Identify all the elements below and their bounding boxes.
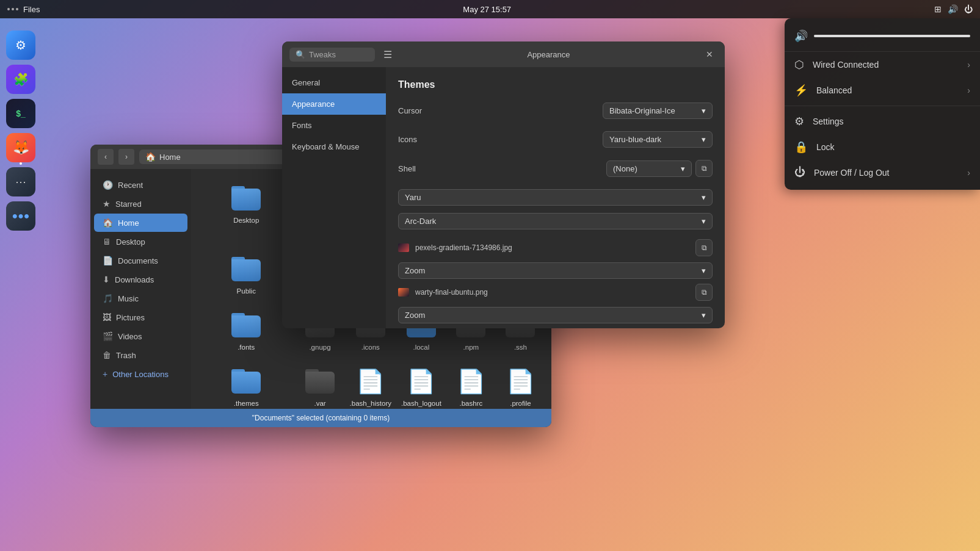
topbar-dots-group	[7, 8, 18, 10]
file-item-var[interactable]: .var	[297, 361, 342, 409]
dock-item-more[interactable]: ●●●	[6, 201, 35, 231]
search-icon: 🔍	[296, 50, 305, 59]
tw-bg-row-1: pexels-gradienta-7134986.jpg ⧉	[398, 239, 713, 256]
file-label: .npm	[463, 344, 479, 351]
tw-zoom-select-1[interactable]: Zoom ▾	[398, 262, 713, 279]
home-icon: 🏠	[103, 218, 113, 228]
tw-cursor-value: Bibata-Original-Ice	[609, 106, 675, 115]
chevron-down-icon: ▾	[702, 217, 706, 226]
file-label: Public	[237, 287, 256, 295]
topbar-left: Files	[7, 5, 40, 14]
bg-label-1: pexels-gradienta-7134986.jpg	[415, 243, 512, 252]
tw-menu-button[interactable]: ☰	[380, 46, 396, 62]
tw-shell-copy-button[interactable]: ⧉	[695, 160, 713, 177]
tw-cursor-label: Cursor	[398, 106, 422, 115]
sidebar-item-music[interactable]: 🎵 Music	[94, 289, 187, 308]
fm-forward-button[interactable]: ›	[118, 149, 134, 165]
file-item-public[interactable]: Public	[200, 248, 292, 300]
sidebar-label-home: Home	[118, 218, 139, 228]
sp-divider-1	[785, 106, 980, 106]
home-path-icon: 🏠	[145, 152, 156, 162]
sidebar-item-desktop[interactable]: 🖥 Desktop	[94, 232, 187, 251]
chevron-right-icon: ›	[967, 85, 970, 95]
tw-icons-select[interactable]: Yaru-blue-dark ▾	[603, 131, 713, 148]
fm-status-bar: "Documents" selected (containing 0 items…	[90, 409, 551, 427]
trash-icon: 🗑	[103, 350, 111, 360]
sidebar-item-trash[interactable]: 🗑 Trash	[94, 346, 187, 364]
tw-legacy-select-2[interactable]: Arc-Dark ▾	[398, 213, 713, 229]
puzzle-icon: 🧩	[13, 72, 29, 87]
bg-copy-button-1[interactable]: ⧉	[695, 239, 713, 256]
starred-icon: ★	[103, 199, 111, 209]
sidebar-label-music: Music	[118, 294, 139, 303]
fm-path-label: Home	[159, 153, 181, 162]
sidebar-item-other-locations[interactable]: + Other Locations	[94, 365, 187, 383]
tw-shell-label: Shell	[398, 164, 416, 173]
sidebar-item-home[interactable]: 🏠 Home	[94, 214, 187, 232]
sidebar-item-pictures[interactable]: 🖼 Pictures	[94, 308, 187, 326]
fm-sidebar: 🕐 Recent ★ Starred 🏠 Home 🖥 Desktop 📄 Do…	[90, 169, 191, 409]
tw-legacy-value-2: Arc-Dark	[405, 217, 436, 226]
bg-copy-button-2[interactable]: ⧉	[695, 284, 713, 301]
sp-item-balanced[interactable]: ⚡ Balanced ›	[785, 77, 980, 103]
documents-icon: 📄	[103, 256, 113, 265]
desktop-icon: 🖥	[103, 237, 111, 247]
sp-item-settings[interactable]: ⚙ Settings	[785, 109, 980, 134]
bg-preview-1	[398, 243, 409, 252]
file-item-bashrc[interactable]: 📄 .bashrc	[449, 361, 493, 409]
power-status-icon[interactable]: ⏻	[964, 4, 973, 14]
profile-file-icon: 📄	[504, 366, 536, 397]
tw-search-bar[interactable]: 🔍 Tweaks	[289, 48, 375, 62]
file-label: .icons	[361, 344, 380, 351]
file-item-bash-logout[interactable]: 📄 .bash_logout	[399, 361, 444, 409]
fm-back-button[interactable]: ‹	[98, 149, 114, 165]
tw-close-button[interactable]: ✕	[702, 46, 717, 62]
bash-history-file-icon: 📄	[355, 366, 387, 397]
topbar-datetime: May 27 15:57	[463, 5, 511, 14]
chevron-down-icon: ▾	[702, 311, 706, 320]
downloads-icon: ⬇	[103, 275, 110, 284]
tw-legacy-select-1[interactable]: Yaru ▾	[398, 189, 713, 206]
sp-item-power[interactable]: ⏻ Power Off / Log Out ›	[785, 160, 980, 185]
dock: ⚙ 🧩 $_ 🦊 ⋯ ●●●	[0, 18, 42, 551]
network-status-icon[interactable]: ⊞	[934, 4, 942, 14]
sp-volume-track[interactable]	[814, 35, 970, 37]
sidebar-item-documents[interactable]: 📄 Documents	[94, 251, 187, 270]
sidebar-item-downloads[interactable]: ⬇ Downloads	[94, 270, 187, 289]
tw-legacy-section: Yaru ▾ Arc-Dark ▾	[398, 189, 713, 229]
tw-sidebar-item-general[interactable]: General	[282, 72, 386, 93]
tw-legacy-value-1: Yaru	[405, 193, 421, 202]
volume-status-icon[interactable]: 🔊	[948, 4, 958, 14]
dock-item-settings[interactable]: ⚙	[6, 31, 35, 60]
lock-icon: 🔒	[794, 140, 808, 154]
tw-sidebar-item-fonts[interactable]: Fonts	[282, 115, 386, 136]
tw-shell-value: (None)	[613, 164, 637, 173]
sidebar-item-recent[interactable]: 🕐 Recent	[94, 176, 187, 194]
tw-shell-select[interactable]: (None) ▾	[606, 160, 692, 177]
file-label: .bash_logout	[401, 400, 441, 407]
tw-zoom-select-2[interactable]: Zoom ▾	[398, 307, 713, 323]
file-item-fonts[interactable]: .fonts	[200, 304, 292, 356]
dock-item-firefox[interactable]: 🦊	[6, 133, 35, 162]
sidebar-item-starred[interactable]: ★ Starred	[94, 195, 187, 213]
tw-sidebar-item-appearance[interactable]: Appearance	[282, 93, 386, 115]
more-icon: ●●●	[12, 211, 30, 221]
tw-cursor-select[interactable]: Bibata-Original-Ice ▾	[603, 103, 713, 119]
file-item-desktop[interactable]: Desktop	[200, 178, 292, 243]
file-item-bash-history[interactable]: 📄 .bash_history	[347, 361, 394, 409]
sidebar-item-videos[interactable]: 🎬 Videos	[94, 327, 187, 345]
tw-search-label: Tweaks	[309, 50, 336, 59]
file-item-themes[interactable]: .themes	[200, 361, 292, 409]
tw-sidebar-item-keyboard-mouse[interactable]: Keyboard & Mouse	[282, 136, 386, 157]
sp-item-wired[interactable]: ⬡ Wired Connected ›	[785, 52, 980, 77]
dock-item-extensions[interactable]: 🧩	[6, 65, 35, 94]
desktop-folder-icon	[230, 182, 262, 214]
dock-item-terminal[interactable]: $_	[6, 99, 35, 128]
themes-folder-icon	[230, 366, 262, 397]
tw-content: Themes Cursor Bibata-Original-Ice ▾ Icon…	[386, 67, 725, 328]
sp-item-lock[interactable]: 🔒 Lock	[785, 134, 980, 160]
dock-item-app-grid[interactable]: ⋯	[6, 167, 35, 196]
sidebar-label-trash: Trash	[116, 351, 136, 360]
file-item-profile[interactable]: 📄 .profile	[498, 361, 543, 409]
sp-wired-label: Wired Connected	[813, 60, 967, 70]
